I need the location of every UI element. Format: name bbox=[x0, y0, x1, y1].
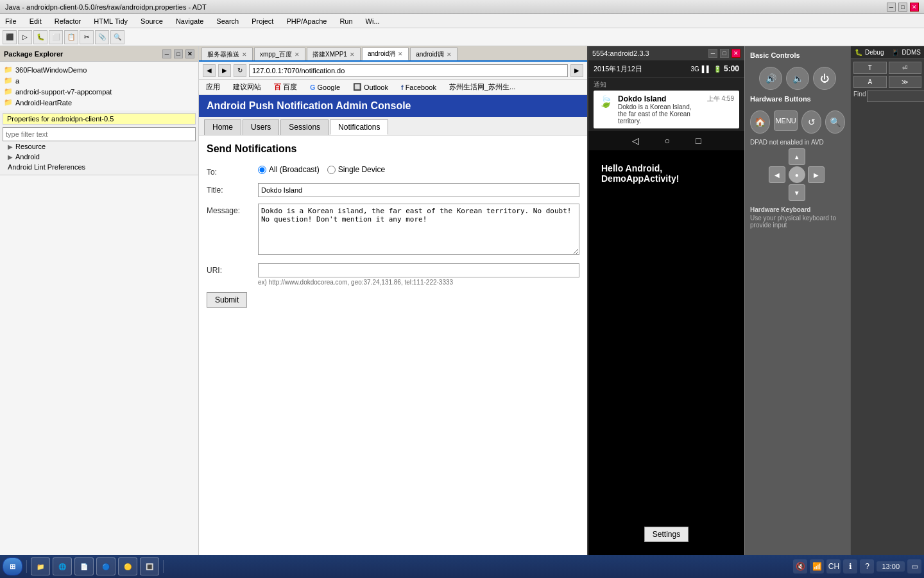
tab-close-2[interactable]: ✕ bbox=[350, 51, 355, 58]
go-button[interactable]: ▶ bbox=[570, 64, 583, 77]
search-btn[interactable]: 🔍 bbox=[825, 110, 845, 134]
panel-minimize-btn[interactable]: ─ bbox=[162, 49, 171, 58]
toolbar-btn-5[interactable]: 📋 bbox=[64, 30, 78, 44]
menu-html-tidy[interactable]: HTML Tidy bbox=[91, 16, 130, 26]
fr-btn-t[interactable]: T bbox=[853, 62, 887, 74]
toolbar-btn-4[interactable]: ⬜ bbox=[49, 30, 63, 44]
dpad-center-btn[interactable]: ● bbox=[789, 166, 805, 183]
uri-input[interactable] bbox=[258, 263, 579, 277]
dpad-down-btn[interactable]: ▼ bbox=[789, 184, 805, 201]
radio-all-input[interactable] bbox=[258, 166, 266, 174]
android-back-btn[interactable]: ◁ bbox=[632, 136, 639, 146]
maximize-button[interactable]: □ bbox=[898, 3, 907, 12]
taskbar-browser-btn[interactable]: 🌐 bbox=[53, 557, 72, 575]
submit-button[interactable]: Submit bbox=[207, 292, 247, 308]
radio-all[interactable]: All (Broadcast) bbox=[258, 165, 320, 174]
browser-tab-1[interactable]: xmpp_百度 ✕ bbox=[254, 48, 305, 60]
vol-up-btn[interactable]: 🔊 bbox=[759, 67, 782, 90]
android-home-btn[interactable]: ○ bbox=[665, 136, 670, 146]
tab-home[interactable]: Home bbox=[204, 119, 241, 135]
sys-icon-3[interactable]: ℹ bbox=[843, 559, 857, 574]
sys-icon-2[interactable]: 📶 bbox=[810, 559, 824, 574]
bookmark-suzhou[interactable]: 苏州生活网_苏州生... bbox=[445, 80, 520, 94]
browser-tab-0[interactable]: 服务器推送 ✕ bbox=[201, 48, 253, 60]
menu-project[interactable]: Project bbox=[249, 16, 276, 26]
bookmark-google[interactable]: G Google bbox=[305, 82, 345, 93]
find-input[interactable] bbox=[867, 91, 924, 102]
start-button[interactable]: ⊞ bbox=[3, 557, 22, 575]
fr-btn-wrap[interactable]: ⏎ bbox=[889, 62, 922, 74]
browser-tab-4[interactable]: android调 ✕ bbox=[410, 48, 457, 60]
panel-maximize-btn[interactable]: □ bbox=[174, 49, 183, 58]
minimize-button[interactable]: ─ bbox=[887, 3, 896, 12]
message-textarea[interactable]: Dokdo is a Korean island, the far east o… bbox=[258, 204, 579, 255]
tab-close-1[interactable]: ✕ bbox=[295, 51, 300, 58]
filter-input[interactable] bbox=[3, 127, 196, 141]
power-btn[interactable]: ⏻ bbox=[813, 67, 836, 90]
refresh-button[interactable]: ↻ bbox=[234, 64, 246, 77]
tree-item-android[interactable]: ▶ Android bbox=[3, 152, 196, 162]
menu-source[interactable]: Source bbox=[138, 16, 166, 26]
close-button[interactable]: ✕ bbox=[910, 3, 919, 12]
tab-sessions[interactable]: Sessions bbox=[280, 119, 329, 135]
title-input[interactable] bbox=[258, 183, 579, 197]
toolbar-btn-1[interactable]: ⬛ bbox=[3, 30, 17, 44]
bookmark-apps[interactable]: 应用 bbox=[201, 80, 225, 94]
taskbar-yellow-btn[interactable]: 🟡 bbox=[118, 557, 137, 575]
pkg-item-a[interactable]: 📁 a bbox=[0, 75, 198, 86]
pkg-item-360[interactable]: 📁 360FloatWindowDemo bbox=[0, 64, 198, 75]
toolbar-btn-2[interactable]: ▷ bbox=[18, 30, 32, 44]
home-btn[interactable]: 🏠 bbox=[750, 110, 770, 134]
browser-tab-2[interactable]: 搭建XMPP1 ✕ bbox=[307, 48, 361, 60]
tab-users[interactable]: Users bbox=[243, 119, 279, 135]
taskbar-blue-btn[interactable]: 🔵 bbox=[96, 557, 116, 575]
radio-single[interactable]: Single Device bbox=[327, 165, 385, 174]
menu-navigate[interactable]: Navigate bbox=[173, 16, 206, 26]
back-button[interactable]: ◀ bbox=[203, 64, 216, 77]
bookmark-outlook[interactable]: 🔲 Outlook bbox=[348, 81, 393, 93]
dpad-left-btn[interactable]: ◀ bbox=[769, 166, 785, 183]
address-field[interactable] bbox=[249, 64, 568, 77]
vol-down-btn[interactable]: 🔈 bbox=[786, 67, 809, 90]
fr-btn-chevron[interactable]: ≫ bbox=[889, 76, 922, 88]
toolbar-btn-7[interactable]: 📎 bbox=[95, 30, 109, 44]
menu-search[interactable]: Search bbox=[214, 16, 241, 26]
back-btn[interactable]: ↺ bbox=[801, 110, 821, 134]
taskbar-app6-btn[interactable]: 🔳 bbox=[140, 557, 159, 575]
pkg-item-support[interactable]: 📁 android-support-v7-appcompat bbox=[0, 86, 198, 97]
toolbar-btn-6[interactable]: ✂ bbox=[80, 30, 94, 44]
sys-icon-help[interactable]: ? bbox=[860, 559, 874, 574]
menu-btn[interactable]: MENU bbox=[774, 110, 798, 131]
tree-item-resource[interactable]: ▶ Resource bbox=[3, 141, 196, 152]
menu-run[interactable]: Run bbox=[337, 16, 355, 26]
tree-item-lint[interactable]: Android Lint Preferences bbox=[3, 162, 196, 172]
bookmark-facebook[interactable]: f Facebook bbox=[397, 82, 441, 93]
menu-php-apache[interactable]: PHP/Apache bbox=[284, 16, 329, 26]
toolbar-btn-8[interactable]: 🔍 bbox=[110, 30, 124, 44]
taskbar-folder-btn[interactable]: 📁 bbox=[31, 557, 50, 575]
pkg-item-heartrate[interactable]: 📁 AndroidHeartRate bbox=[0, 97, 198, 108]
tab-notifications[interactable]: Notifications bbox=[330, 119, 388, 135]
em-minimize-btn[interactable]: ─ bbox=[708, 49, 717, 58]
panel-close-btn[interactable]: ✕ bbox=[185, 49, 194, 58]
sys-icon-lang[interactable]: CH bbox=[826, 559, 841, 574]
em-maximize-btn[interactable]: □ bbox=[720, 49, 729, 58]
tab-close-3[interactable]: ✕ bbox=[398, 51, 403, 57]
tab-close-0[interactable]: ✕ bbox=[242, 51, 247, 58]
menu-refactor[interactable]: Refactor bbox=[52, 16, 84, 26]
fr-btn-a[interactable]: A bbox=[853, 76, 887, 88]
show-desktop-btn[interactable]: ▭ bbox=[907, 559, 921, 574]
sys-icon-1[interactable]: 🔇 bbox=[793, 559, 807, 574]
taskbar-doc-btn[interactable]: 📄 bbox=[74, 557, 94, 575]
settings-button[interactable]: Settings bbox=[644, 527, 689, 542]
bookmark-build[interactable]: 建议网站 bbox=[228, 80, 266, 94]
em-close-btn[interactable]: ✕ bbox=[732, 49, 740, 58]
dpad-right-btn[interactable]: ▶ bbox=[808, 166, 825, 183]
browser-tab-3[interactable]: android消 ✕ bbox=[362, 48, 409, 60]
forward-button[interactable]: ▶ bbox=[218, 64, 231, 77]
dpad-up-btn[interactable]: ▲ bbox=[789, 148, 805, 165]
menu-wi[interactable]: Wi... bbox=[363, 16, 382, 26]
radio-single-input[interactable] bbox=[327, 166, 336, 174]
menu-edit[interactable]: Edit bbox=[27, 16, 44, 26]
bookmark-baidu[interactable]: 百 百度 bbox=[270, 80, 302, 94]
